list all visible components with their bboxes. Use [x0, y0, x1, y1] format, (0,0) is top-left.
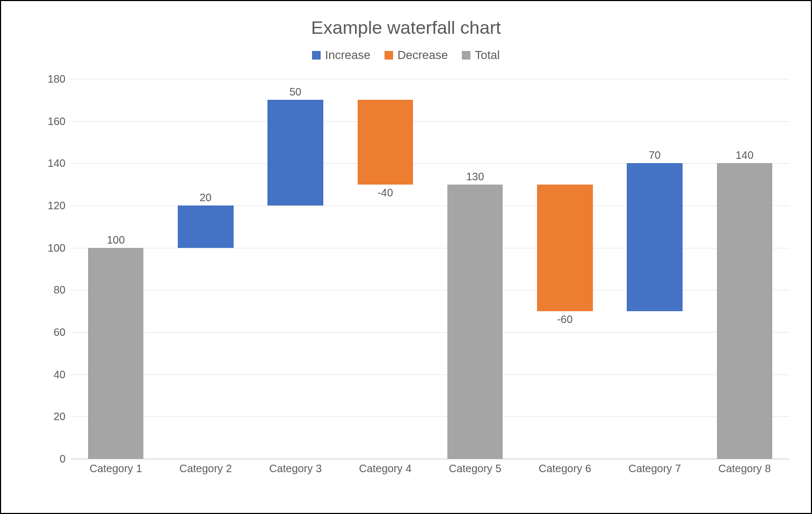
- legend-item-decrease: Decrease: [385, 48, 448, 62]
- x-tick-label: Category 7: [628, 462, 681, 475]
- x-tick-label: Category 3: [269, 462, 322, 475]
- data-label: 70: [649, 149, 661, 161]
- bar-increase: [178, 205, 234, 248]
- data-label: 140: [736, 149, 753, 161]
- x-tick-label: Category 4: [359, 462, 411, 475]
- gridline: [71, 375, 789, 375]
- bar-total: [447, 185, 503, 459]
- plot-area: 0204060801001201401601801002050-40130-60…: [71, 79, 789, 459]
- legend-item-increase: Increase: [312, 48, 370, 62]
- legend-label-total: Total: [475, 48, 499, 62]
- bar-increase: [627, 163, 683, 311]
- x-tick-label: Category 5: [449, 462, 502, 475]
- legend-label-decrease: Decrease: [397, 48, 448, 62]
- bar-total: [717, 163, 773, 459]
- bar-total: [88, 248, 144, 459]
- data-label: -40: [378, 187, 393, 199]
- bar-decrease: [537, 185, 593, 311]
- legend-item-total: Total: [462, 48, 499, 62]
- x-tick-label: Category 1: [90, 462, 142, 475]
- bar-decrease: [358, 100, 414, 184]
- gridline: [71, 121, 789, 122]
- legend-swatch-total: [462, 51, 470, 60]
- data-label: 20: [200, 192, 212, 204]
- data-label: 100: [107, 234, 125, 246]
- plot-wrap: 0204060801001201401601801002050-40130-60…: [39, 79, 789, 481]
- legend-swatch-increase: [312, 51, 321, 60]
- y-tick-label: 0: [60, 453, 66, 465]
- chart-legend: Increase Decrease Total: [1, 48, 811, 63]
- chart-frame: Example waterfall chart Increase Decreas…: [0, 0, 812, 514]
- chart-title: Example waterfall chart: [1, 17, 811, 38]
- x-axis-labels: Category 1Category 2Category 3Category 4…: [71, 459, 789, 481]
- gridline: [71, 416, 789, 417]
- x-tick-label: Category 6: [539, 462, 591, 475]
- y-tick-label: 140: [48, 157, 66, 170]
- y-tick-label: 60: [54, 326, 66, 339]
- y-tick-label: 20: [54, 410, 66, 423]
- gridline: [71, 332, 789, 333]
- data-label: 50: [289, 86, 301, 98]
- data-label: -60: [557, 313, 572, 326]
- y-tick-label: 40: [54, 368, 66, 380]
- y-tick-label: 160: [48, 115, 66, 127]
- legend-label-increase: Increase: [325, 48, 370, 62]
- data-label: 130: [466, 171, 484, 183]
- y-tick-label: 80: [54, 284, 66, 296]
- y-tick-label: 100: [48, 241, 66, 254]
- gridline: [71, 79, 789, 79]
- y-tick-label: 180: [48, 73, 66, 85]
- x-tick-label: Category 8: [718, 462, 771, 475]
- x-tick-label: Category 2: [179, 462, 232, 475]
- bar-increase: [267, 100, 323, 205]
- legend-swatch-decrease: [385, 51, 393, 60]
- y-tick-label: 120: [48, 200, 66, 212]
